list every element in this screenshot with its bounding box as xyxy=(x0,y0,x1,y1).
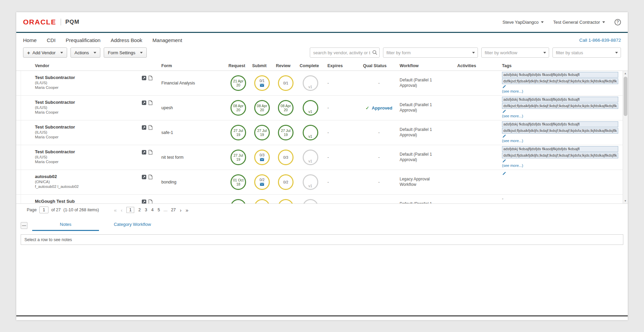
table-row[interactable]: Test Subcontractor (IL/US) Maria Cooper … xyxy=(16,145,628,170)
see-more-link[interactable]: (see more...) xyxy=(502,114,523,118)
report-icon[interactable] xyxy=(142,199,146,204)
scroll-up-icon[interactable]: ▲ xyxy=(623,71,628,76)
tab-notes[interactable]: Notes xyxy=(32,222,99,231)
filter-by-status-dropdown[interactable]: filter by status xyxy=(552,47,621,58)
collapse-panel-button[interactable]: — xyxy=(21,222,27,229)
document-icon[interactable] xyxy=(148,150,153,156)
complete-status-circle[interactable]: v1 xyxy=(303,75,318,91)
table-row[interactable]: McGough Test Sub (MN/US) test-31-8 31 Au… xyxy=(16,195,628,204)
vendor-name[interactable]: Test Subcontractor xyxy=(35,149,75,154)
vendor-name[interactable]: autosub02 xyxy=(35,174,79,179)
tab-category-workflow[interactable]: Category Workflow xyxy=(99,222,166,231)
vertical-scrollbar[interactable]: ▲ ▼ xyxy=(623,71,628,203)
page-number-4[interactable]: 4 xyxy=(151,208,154,212)
submit-status-text: 0/3 xyxy=(260,153,265,157)
scroll-down-icon[interactable]: ▼ xyxy=(623,198,628,203)
filter-by-form-dropdown[interactable]: filter by form xyxy=(383,47,478,58)
review-status-circle[interactable]: 0/2 xyxy=(278,174,294,190)
complete-status-circle[interactable]: v1 xyxy=(303,199,318,204)
page-number-27[interactable]: 27 xyxy=(171,208,176,212)
page-number-3[interactable]: 3 xyxy=(145,208,147,212)
complete-status-circle[interactable]: v1 xyxy=(303,125,318,140)
document-icon[interactable] xyxy=(148,76,153,82)
help-icon[interactable]: ? xyxy=(615,19,621,25)
vendor-name[interactable]: Test Subcontractor xyxy=(35,100,75,105)
user-menu[interactable]: Steve YapDiangco xyxy=(503,20,544,25)
vendor-name[interactable]: McGough Test Sub xyxy=(35,199,75,204)
nav-address-book[interactable]: Address Book xyxy=(110,37,142,43)
page-number-1[interactable]: 1 xyxy=(126,207,134,213)
review-status-circle[interactable]: 08 Apr 20 xyxy=(278,100,294,116)
filter-by-workflow-dropdown[interactable]: filter by workflow xyxy=(481,47,549,58)
nav-cdi[interactable]: CDI xyxy=(47,37,56,43)
request-status-circle[interactable]: 27 Jul 19 xyxy=(230,125,246,140)
first-page-icon[interactable]: « xyxy=(114,207,117,213)
table-row[interactable]: autosub02 (ON/CA) f_autosub02 l_autosub0… xyxy=(16,170,628,195)
actions-button[interactable]: Actions xyxy=(71,47,101,58)
next-page-icon[interactable]: › xyxy=(180,207,181,213)
see-more-link[interactable]: (see more...) xyxy=(502,89,523,93)
form-name: upesh xyxy=(159,105,226,110)
qual-status-cell: ✓ - xyxy=(360,130,398,135)
prev-page-icon[interactable]: ‹ xyxy=(121,207,122,213)
add-vendor-button[interactable]: + Add Vendor xyxy=(23,47,67,58)
table-row[interactable]: Test Subcontractor (IL/US) Maria Cooper … xyxy=(16,96,628,120)
complete-status-circle[interactable]: v1 xyxy=(303,174,318,190)
submit-status-circle[interactable]: 0/2 xyxy=(254,174,270,190)
submit-status-circle[interactable]: 0/3 xyxy=(254,199,270,204)
form-settings-button[interactable]: Form Settings xyxy=(104,47,147,58)
report-icon[interactable] xyxy=(142,150,146,156)
document-icon[interactable] xyxy=(148,199,153,204)
scrollbar-thumb[interactable] xyxy=(624,77,627,116)
edit-tags-icon[interactable] xyxy=(502,134,506,138)
column-form: Form xyxy=(159,63,226,68)
request-status-circle[interactable]: 21 Apr 20 xyxy=(230,75,246,91)
review-status-circle[interactable]: 0/3 xyxy=(278,199,294,204)
document-icon[interactable] xyxy=(148,175,153,181)
report-icon[interactable] xyxy=(142,100,146,106)
vendor-info: Test Subcontractor (IL/US) Maria Cooper xyxy=(35,75,75,95)
last-page-icon[interactable]: » xyxy=(185,207,188,213)
nav-home[interactable]: Home xyxy=(23,37,37,43)
review-status-circle[interactable]: 0/1 xyxy=(278,75,294,91)
page-label: Page xyxy=(27,208,37,212)
search-input[interactable] xyxy=(310,47,380,58)
column-expires: Expires xyxy=(323,63,360,68)
report-icon[interactable] xyxy=(142,125,146,131)
review-status-circle[interactable]: 0/3 xyxy=(278,150,294,165)
see-more-link[interactable]: (see more...) xyxy=(502,139,523,143)
document-icon[interactable] xyxy=(148,125,153,131)
org-menu[interactable]: Test General Contractor xyxy=(553,20,605,25)
submit-status-circle[interactable]: 0/3 xyxy=(254,150,270,165)
edit-tags-icon[interactable] xyxy=(502,159,506,163)
review-status-circle[interactable]: 27 Jul 19 xyxy=(278,125,294,140)
request-status-circle[interactable]: 27 Jul 19 xyxy=(230,150,246,165)
complete-status-circle[interactable]: v1 xyxy=(303,150,318,165)
request-status-circle[interactable]: 08 Apr 20 xyxy=(230,100,246,116)
submit-status-circle[interactable]: 08 Apr 20 xyxy=(254,100,270,116)
nav-management[interactable]: Management xyxy=(153,37,182,43)
request-status-text: 31 Aug 18 xyxy=(232,203,245,204)
vendor-name[interactable]: Test Subcontractor xyxy=(35,75,75,80)
page-number-2[interactable]: 2 xyxy=(138,208,141,212)
request-status-circle[interactable]: 31 Aug 18 xyxy=(230,199,246,204)
call-link[interactable]: Call 1-866-839-8872 xyxy=(579,38,621,43)
page-input[interactable] xyxy=(39,207,48,213)
request-status-circle[interactable]: 01 Oct 18 xyxy=(230,174,246,190)
submit-status-circle[interactable]: 27 Jul 19 xyxy=(254,125,270,140)
see-more-link[interactable]: (see more...) xyxy=(502,163,523,168)
table-row[interactable]: Test Subcontractor (IL/US) Maria Cooper … xyxy=(16,120,628,145)
complete-version-text: v1 xyxy=(304,184,317,188)
edit-tags-icon[interactable] xyxy=(502,85,506,89)
table-row[interactable]: Test Subcontractor (IL/US) Maria Cooper … xyxy=(16,71,628,96)
vendor-name[interactable]: Test Subcontractor xyxy=(35,124,75,130)
page-number-5[interactable]: 5 xyxy=(158,208,160,212)
nav-prequalification[interactable]: Prequalification xyxy=(66,37,101,43)
edit-tags-icon[interactable] xyxy=(502,110,506,113)
complete-status-circle[interactable]: v1 xyxy=(303,100,318,116)
report-icon[interactable] xyxy=(142,175,146,181)
report-icon[interactable] xyxy=(142,76,146,82)
document-icon[interactable] xyxy=(148,100,153,106)
submit-status-circle[interactable]: 0/1 xyxy=(254,75,270,91)
edit-tags-icon[interactable] xyxy=(502,172,506,175)
